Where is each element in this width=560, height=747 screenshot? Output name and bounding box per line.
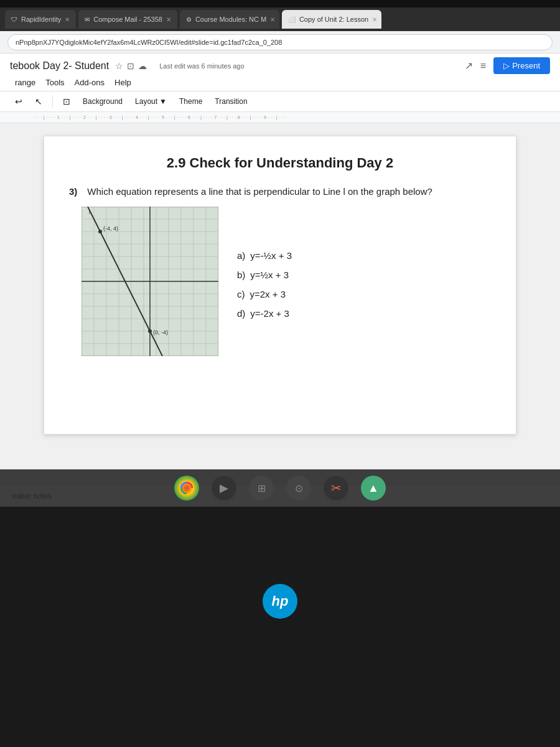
tab-copy-label: Copy of Unit 2: Lesson <box>299 16 368 23</box>
desktop-background: ▶ ⊞ ⊙ ✂ ▲ hp <box>0 507 560 681</box>
taskbar-search[interactable] <box>174 476 199 500</box>
graph-container: (-4, 4) (0, -4) l <box>82 207 218 356</box>
activity-icon[interactable]: ↗ <box>465 60 473 72</box>
tab-copy-close[interactable]: ✕ <box>372 16 377 23</box>
compose-icon: ✉ <box>85 16 90 23</box>
taskbar-grid[interactable]: ⊞ <box>249 476 274 500</box>
question-text: Which equation represents a line that is… <box>87 186 491 197</box>
slides-title-left: tebook Day 2- Student ☆ ⊡ ☁ Last edit wa… <box>10 60 245 72</box>
taskbar: ▶ ⊞ ⊙ ✂ ▲ <box>0 469 560 507</box>
slides-title: tebook Day 2- Student <box>10 60 109 72</box>
tab-copy-active[interactable]: ⬜ Copy of Unit 2: Lesson ✕ <box>282 10 381 29</box>
answer-d-letter: d) <box>237 308 245 319</box>
dark-top-strip <box>0 0 560 7</box>
menu-help[interactable]: Help <box>110 75 136 90</box>
toolbar-divider-1 <box>52 95 53 108</box>
answer-b: b) y=½x + 3 <box>237 270 292 280</box>
camera-icon: ⊙ <box>295 482 303 494</box>
taskbar-camera[interactable]: ⊙ <box>286 476 311 500</box>
cloud-icon[interactable]: ☁ <box>138 61 147 71</box>
tab-compose-close[interactable]: ✕ <box>166 16 171 23</box>
background-btn[interactable]: Background <box>78 95 128 108</box>
address-bar[interactable]: nPnp8pnXJ7YQdiglokMic4efY2fax6m4LcWRz0CI… <box>7 34 553 50</box>
rapididentity-icon: 🛡 <box>11 16 17 23</box>
slide-icon-btn[interactable]: ⊡ <box>58 94 75 109</box>
menu-addons[interactable]: Add-ons <box>70 75 110 90</box>
svg-text:(0, -4): (0, -4) <box>153 329 168 336</box>
last-edit-text: Last edit was 6 minutes ago <box>159 62 244 70</box>
transition-btn[interactable]: Transition <box>210 95 252 108</box>
present-icon: ▷ <box>503 61 510 70</box>
tab-rapididentity-close[interactable]: ✕ <box>65 16 70 23</box>
undo-btn[interactable]: ↩ <box>10 94 27 109</box>
tab-rapididentity[interactable]: 🛡 RapidIdentity ✕ <box>5 10 76 29</box>
grid-icon: ⊞ <box>258 482 266 494</box>
svg-text:(-4, 4): (-4, 4) <box>103 225 118 232</box>
question-row: 3) Which equation represents a line that… <box>69 186 491 197</box>
layout-btn[interactable]: Layout ▼ <box>130 95 172 108</box>
graph-svg: (-4, 4) (0, -4) l <box>82 207 218 356</box>
answer-a-text: y=-½x + 3 <box>250 250 292 261</box>
svg-point-27 <box>148 329 152 333</box>
answer-choices: a) y=-½x + 3 b) y=½x + 3 c) y=2x + 3 d) … <box>237 207 292 356</box>
question-number: 3) <box>69 186 77 197</box>
slides-toolbar: ↩ ↖ ⊡ Background Layout ▼ Theme Transiti… <box>0 92 560 112</box>
layout-label: Layout <box>135 97 157 106</box>
folder-icon[interactable]: ⊡ <box>127 61 134 71</box>
url-text: nPnp8pnXJ7YQdiglokMic4efY2fax6m4LcWRz0CI… <box>16 39 282 46</box>
star-icon[interactable]: ☆ <box>115 61 123 71</box>
slide-panel: 2.9 Check for Understanding Day 2 3) Whi… <box>0 123 560 484</box>
course-icon: ⚙ <box>186 16 192 23</box>
present-button[interactable]: ▷ Present <box>493 57 550 74</box>
transition-label: Transition <box>215 97 247 106</box>
browser-tab-bar: 🛡 RapidIdentity ✕ ✉ Compose Mail - 25358… <box>0 7 560 31</box>
answer-b-text: y=½x + 3 <box>250 270 289 280</box>
answer-a-letter: a) <box>237 250 245 261</box>
taskbar-clip[interactable]: ✂ <box>324 476 348 500</box>
hp-area: hp <box>263 584 297 619</box>
question-body: (-4, 4) (0, -4) l a) y=-½x + 3 b) <box>69 207 491 356</box>
ruler-marks: · · · | · · · · 1 · · · | · · · · 2 · · … <box>35 115 286 120</box>
cursor-btn[interactable]: ↖ <box>30 94 47 109</box>
slides-titlebar: tebook Day 2- Student ☆ ⊡ ☁ Last edit wa… <box>0 54 560 74</box>
answer-d: d) y=-2x + 3 <box>237 308 292 319</box>
taskbar-settings[interactable]: ▲ <box>361 476 386 500</box>
menu-icon[interactable]: ≡ <box>480 60 486 72</box>
cursor-icon: ↖ <box>35 96 42 106</box>
undo-icon: ↩ <box>15 96 22 106</box>
tab-course[interactable]: ⚙ Course Modules: NC M ✕ <box>180 10 279 29</box>
settings-icon: ▲ <box>368 482 379 495</box>
tab-rapididentity-label: RapidIdentity <box>21 16 61 23</box>
answer-c: c) y=2x + 3 <box>237 289 292 299</box>
answer-c-text: y=2x + 3 <box>250 289 286 299</box>
answer-a: a) y=-½x + 3 <box>237 250 292 261</box>
layout-arrow: ▼ <box>159 97 167 106</box>
answer-c-letter: c) <box>237 289 245 299</box>
tab-compose-label: Compose Mail - 25358 <box>93 16 162 23</box>
menu-tools[interactable]: Tools <box>40 75 69 90</box>
slide-canvas[interactable]: 2.9 Check for Understanding Day 2 3) Whi… <box>44 136 516 435</box>
slide-icon: ⊡ <box>63 96 70 106</box>
tab-course-label: Course Modules: NC M <box>195 16 266 23</box>
theme-btn[interactable]: Theme <box>174 95 207 108</box>
ruler: · · · | · · · · 1 · · · | · · · · 2 · · … <box>0 112 560 123</box>
address-bar-row: nPnp8pnXJ7YQdiglokMic4efY2fax6m4LcWRz0CI… <box>0 31 560 54</box>
slides-title-right: ↗ ≡ ▷ Present <box>465 57 550 74</box>
answer-b-letter: b) <box>237 270 245 280</box>
clip-icon: ✂ <box>331 481 342 496</box>
hp-label: hp <box>272 593 289 609</box>
slide-title: 2.9 Check for Understanding Day 2 <box>69 155 491 171</box>
answer-d-text: y=-2x + 3 <box>250 308 289 319</box>
video-icon: ▶ <box>220 481 228 495</box>
background-label: Background <box>83 97 123 106</box>
tab-compose[interactable]: ✉ Compose Mail - 25358 ✕ <box>78 10 177 29</box>
copy-icon: ⬜ <box>288 16 296 23</box>
svg-point-25 <box>98 230 102 233</box>
menu-range[interactable]: range <box>10 75 40 90</box>
present-label: Present <box>512 61 540 70</box>
hp-logo: hp <box>263 584 297 619</box>
taskbar-video[interactable]: ▶ <box>212 476 236 500</box>
slides-menubar: range Tools Add-ons Help <box>0 74 560 92</box>
tab-course-close[interactable]: ✕ <box>270 16 275 23</box>
svg-text:l: l <box>89 210 90 215</box>
